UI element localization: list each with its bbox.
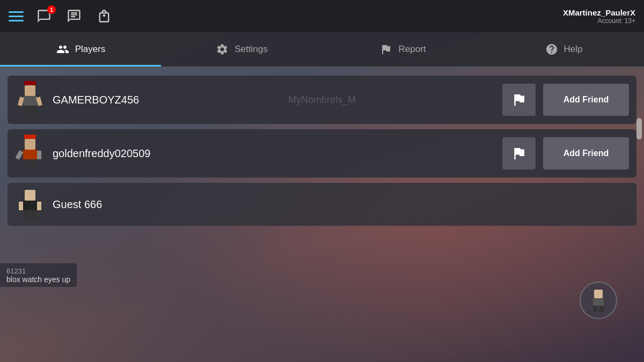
character-button[interactable] — [580, 282, 617, 319]
tab-players[interactable]: Players — [0, 32, 161, 67]
add-friend-button-2[interactable]: Add Friend — [543, 137, 629, 169]
flag-button-2[interactable] — [502, 137, 536, 169]
tab-report[interactable]: Report — [322, 32, 483, 67]
flag-button-1[interactable] — [502, 84, 536, 116]
messages-icon[interactable] — [64, 6, 84, 26]
help-icon — [545, 42, 559, 56]
player-avatar-3 — [15, 189, 45, 219]
players-icon — [56, 42, 70, 56]
header-bar: 1 XMartinez_PaulerX Account: 13+ — [0, 0, 644, 32]
avatar-char-3 — [18, 190, 42, 219]
user-info: XMartinez_PaulerX Account: 13+ — [563, 8, 635, 25]
player-row-2: goldenfreddy020509 Add Friend — [8, 129, 636, 178]
tab-settings-label: Settings — [235, 44, 267, 55]
player-username-3: Guest 666 — [53, 198, 629, 211]
player-username-1: GAMERBOYZ456 — [53, 94, 495, 106]
player-row-3: Guest 666 — [8, 183, 636, 226]
content-area: GAMERBOYZ456 MyNombrels_M Add Friend gol… — [0, 67, 644, 234]
tab-help-label: Help — [564, 44, 583, 55]
scrollbar-thumb[interactable] — [636, 118, 642, 139]
chat-overlay: 61231 blox watch eyes up — [0, 263, 77, 287]
bag-icon[interactable] — [94, 6, 114, 26]
account-info-label: Account: 13+ — [563, 17, 635, 25]
notification-badge: 1 — [47, 5, 56, 14]
settings-icon — [215, 42, 229, 56]
avatar-char-1 — [18, 85, 42, 114]
menu-button[interactable] — [9, 11, 24, 21]
tab-players-label: Players — [75, 44, 106, 55]
player-avatar-2 — [15, 138, 45, 168]
player-avatar-1 — [15, 85, 45, 115]
player-row: GAMERBOYZ456 MyNombrels_M Add Friend — [8, 76, 636, 124]
tab-settings[interactable]: Settings — [161, 32, 322, 67]
avatar-char-2 — [18, 139, 42, 168]
username-label: XMartinez_PaulerX — [563, 8, 635, 17]
header-left: 1 — [9, 6, 114, 26]
player-username-2: goldenfreddy020509 — [53, 147, 495, 160]
chat-notification-icon[interactable]: 1 — [34, 6, 54, 26]
tab-report-label: Report — [398, 44, 426, 55]
chat-message: 61231 blox watch eyes up — [6, 267, 70, 284]
report-flag-icon — [379, 42, 393, 56]
tab-bar: Players Settings Report Help — [0, 32, 644, 67]
scrollbar-track[interactable] — [636, 75, 642, 257]
tab-help[interactable]: Help — [483, 32, 644, 67]
add-friend-button-1[interactable]: Add Friend — [543, 84, 629, 116]
